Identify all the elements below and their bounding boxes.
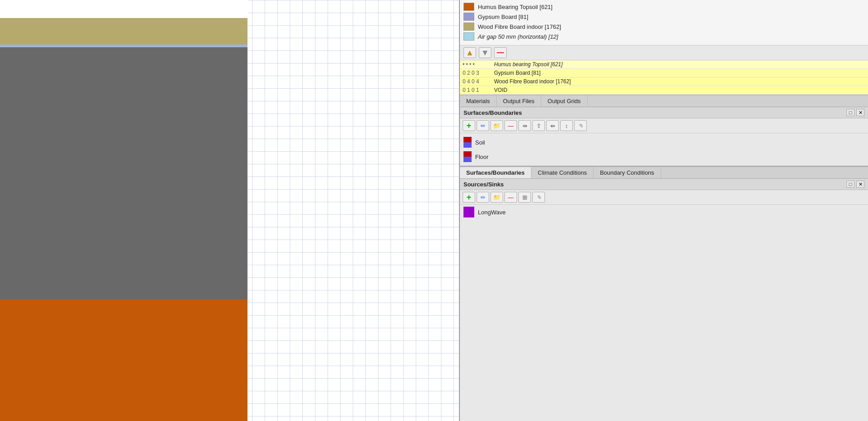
legend-color-air-gap (463, 32, 474, 41)
bottom-tabs: Surfaces/Boundaries Climate Conditions B… (460, 167, 868, 179)
canvas-area (0, 0, 459, 421)
sources-restore-button[interactable]: □ (846, 181, 855, 188)
table-row-0[interactable]: • • • • Humus bearing Topsoil [621] (460, 60, 868, 69)
legend-item-gypsum: Gypsum Board [81] (463, 13, 864, 21)
table-nums-1: 0 2 0 3 (463, 70, 490, 76)
sources-remove-button[interactable]: — (504, 192, 517, 203)
sources-close-button[interactable]: ✕ (856, 181, 864, 188)
surfaces-edit-button[interactable]: ✏ (477, 120, 489, 131)
source-item-longwave[interactable]: LongWave (460, 205, 868, 219)
down-arrow-button[interactable]: ▼ (479, 47, 491, 58)
sources-add-button[interactable]: + (463, 192, 475, 203)
sources-toolbar: + ✏ 📁 — ⊞ ✎ (460, 190, 868, 205)
table-text-1: Gypsum Board [81] (494, 70, 540, 76)
table-text-3: VOID (494, 87, 507, 93)
surfaces-remove-button[interactable]: — (504, 120, 517, 131)
surface-color-soil (463, 137, 472, 148)
table-text-header: Humus bearing Topsoil [621] (494, 61, 562, 68)
table-row-3[interactable]: 0 1 0 1 VOID (460, 86, 868, 95)
table-row-1[interactable]: 0 2 0 3 Gypsum Board [81] (460, 69, 868, 77)
surface-item-floor[interactable]: Floor (460, 149, 868, 164)
legend-item-wood-fibre: Wood Fibre Board indoor [1762] (463, 23, 864, 31)
legend-label-humus: Humus Bearing Topsoil [621] (478, 4, 553, 10)
surfaces-boundaries-panel: Surfaces/Boundaries □ ✕ + ✏ 📁 — ⇛ ⇧ ⇚ ↕ … (460, 107, 868, 167)
sources-sinks-panel: Sources/Sinks □ ✕ + ✏ 📁 — ⊞ ✎ LongWave (460, 179, 868, 421)
surfaces-pen2-button[interactable]: ✎ (574, 120, 587, 131)
surfaces-toolbar: + ✏ 📁 — ⇛ ⇧ ⇚ ↕ ✎ (460, 118, 868, 133)
table-nums-3: 0 1 0 1 (463, 87, 490, 93)
sources-folder-button[interactable]: 📁 (490, 192, 503, 203)
table-text-2: Wood Fibre Board indoor [1762] (494, 78, 571, 85)
layer-orange (0, 299, 247, 421)
legend-item-air-gap: Air gap 50 mm (horizontal) [12] (463, 32, 864, 41)
surface-name-soil: Soil (475, 139, 485, 146)
surface-item-soil[interactable]: Soil (460, 135, 868, 149)
right-panel: Humus Bearing Topsoil [621] Gypsum Board… (459, 0, 868, 421)
materials-legend: Humus Bearing Topsoil [621] Gypsum Board… (460, 0, 868, 45)
tab-output-grids[interactable]: Output Grids (541, 95, 588, 107)
sources-sinks-title: Sources/Sinks (463, 181, 504, 188)
btab-surfaces[interactable]: Surfaces/Boundaries (460, 167, 531, 178)
surface-list: Soil Floor (460, 133, 868, 166)
legend-color-gypsum (463, 13, 474, 21)
materials-table: • • • • Humus bearing Topsoil [621] 0 2 … (460, 60, 868, 95)
source-name-longwave: LongWave (478, 209, 506, 216)
tab-materials[interactable]: Materials (460, 95, 497, 107)
surfaces-boundaries-title: Surfaces/Boundaries (463, 109, 522, 116)
tab-output-files[interactable]: Output Files (497, 95, 541, 107)
surfaces-arrow-right-button[interactable]: ⇛ (518, 120, 531, 131)
up-arrow-button[interactable]: ▲ (463, 47, 476, 58)
surfaces-close-button[interactable]: ✕ (856, 109, 864, 116)
surfaces-folder-button[interactable]: 📁 (490, 120, 503, 131)
surfaces-arrow-updown-button[interactable]: ↕ (560, 120, 573, 131)
table-row-2[interactable]: 0 4 0 4 Wood Fibre Board indoor [1762] (460, 77, 868, 86)
remove-button[interactable]: — (494, 47, 507, 58)
materials-toolbar: ▲ ▼ — (460, 45, 868, 60)
btab-climate[interactable]: Climate Conditions (531, 167, 594, 178)
surfaces-arrow-left-button[interactable]: ⇚ (546, 120, 559, 131)
surfaces-restore-button[interactable]: □ (846, 109, 855, 116)
surface-color-floor (463, 151, 472, 162)
surface-name-floor: Floor (475, 154, 489, 160)
legend-color-humus (463, 3, 474, 11)
surfaces-boundaries-header: Surfaces/Boundaries □ ✕ (460, 107, 868, 118)
surfaces-boundaries-controls: □ ✕ (846, 109, 864, 116)
legend-color-wood-fibre (463, 23, 474, 31)
legend-label-gypsum: Gypsum Board [81] (478, 14, 528, 20)
layer-olive (0, 18, 247, 45)
sources-sinks-header: Sources/Sinks □ ✕ (460, 179, 868, 190)
legend-item-humus: Humus Bearing Topsoil [621] (463, 3, 864, 11)
surfaces-arrow-up-button[interactable]: ⇧ (532, 120, 545, 131)
sources-special-button[interactable]: ⊞ (518, 192, 531, 203)
table-nums-header: • • • • (463, 61, 490, 68)
legend-label-air-gap: Air gap 50 mm (horizontal) [12] (478, 33, 558, 40)
btab-boundary[interactable]: Boundary Conditions (594, 167, 661, 178)
source-color-longwave (463, 207, 474, 217)
sources-edit-button[interactable]: ✏ (477, 192, 489, 203)
canvas-layers (0, 0, 247, 421)
layer-gray (0, 47, 247, 299)
sources-sinks-controls: □ ✕ (846, 181, 864, 188)
legend-label-wood-fibre: Wood Fibre Board indoor [1762] (478, 23, 561, 30)
sources-pen2-button[interactable]: ✎ (532, 192, 545, 203)
main-tabs: Materials Output Files Output Grids (460, 95, 868, 107)
layer-white (0, 0, 247, 18)
surfaces-add-button[interactable]: + (463, 120, 475, 131)
table-nums-2: 0 4 0 4 (463, 78, 490, 85)
